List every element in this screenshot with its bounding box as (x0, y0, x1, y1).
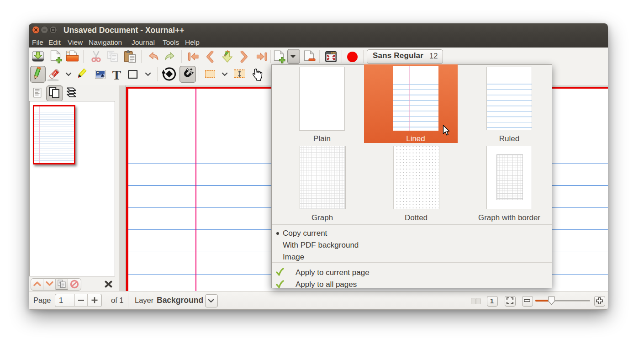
svg-text:T: T (112, 69, 121, 81)
svg-text:1: 1 (490, 297, 494, 305)
